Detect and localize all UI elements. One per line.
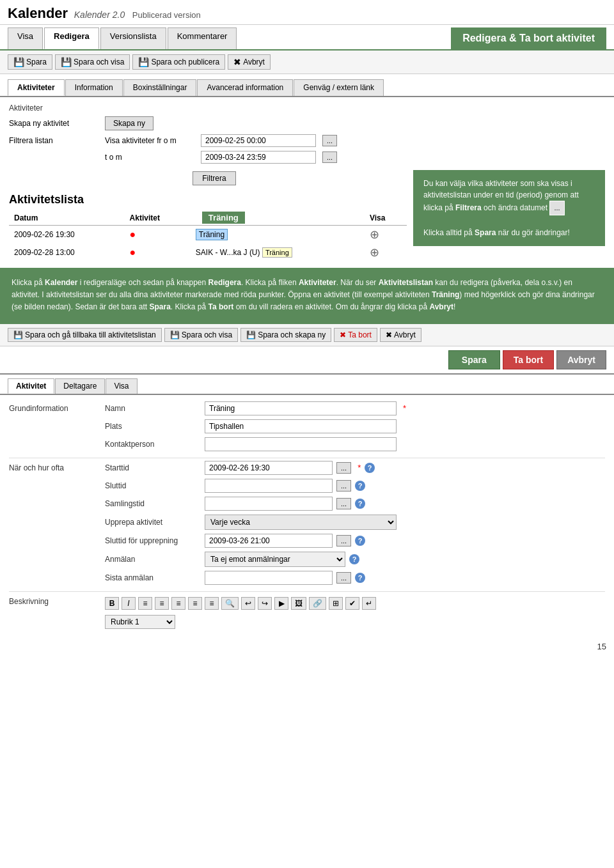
tab-visa[interactable]: Visa (8, 27, 43, 49)
upprepa-select[interactable]: Varje vecka (205, 515, 397, 530)
samlingstid-input[interactable] (205, 497, 333, 511)
starttid-picker-btn[interactable]: ... (336, 462, 351, 474)
undo-button[interactable]: ↩ (241, 597, 255, 610)
kontaktperson-input[interactable] (205, 437, 397, 451)
samlingstid-row: Samlingstid ... ? (105, 497, 605, 511)
tab-avancerad-information[interactable]: Avancerad information (197, 79, 293, 96)
starttid-input[interactable] (205, 461, 333, 475)
filter-button[interactable]: Filtrera (193, 171, 235, 185)
activity-table: Datum Aktivitet Träning Visa 2009-02-26 … (9, 210, 407, 261)
upprepa-row: Upprepa aktivitet Varje vecka (105, 515, 605, 530)
activity-link-1[interactable]: Träning (196, 229, 228, 240)
header-action-label: Redigera & Ta bort aktivitet (451, 27, 606, 49)
tab2-visa[interactable]: Visa (106, 378, 137, 394)
sluttid-upprepning-row: Sluttid för upprepning ... ? (105, 534, 605, 548)
sista-anmalan-help-icon[interactable]: ? (355, 573, 365, 583)
align-left-button[interactable]: ≡ (171, 597, 185, 610)
delete-label-toolbar: Ta bort (348, 330, 372, 339)
green-info-box: Du kan välja vilka aktiviteter som ska v… (413, 170, 605, 246)
table-button[interactable]: ⊞ (329, 597, 343, 610)
cancel-button[interactable]: ✖ Avbryt (228, 54, 271, 70)
save-and-publish-button[interactable]: 💾 Spara och publicera (132, 54, 225, 70)
tab-boxinstallningar[interactable]: Boxinställningar (123, 79, 197, 96)
app-title: Kalender (8, 5, 68, 21)
visa-icon-1[interactable]: ⊕ (370, 228, 379, 241)
create-new-button[interactable]: Skapa ny (105, 116, 154, 130)
activity-name-1: Träning (191, 226, 365, 244)
save-button[interactable]: 💾 Spara (8, 54, 52, 70)
narochofta-label: När och hur ofta (9, 461, 105, 589)
tab-information[interactable]: Information (65, 79, 123, 96)
filter-to-label: t o m (105, 153, 194, 162)
red-dot-icon: ● (130, 229, 136, 240)
tab2-deltagare[interactable]: Deltagare (55, 378, 105, 394)
italic-button[interactable]: I (122, 597, 136, 610)
sluttid-help-icon[interactable]: ? (355, 481, 365, 491)
samlingstid-help-icon[interactable]: ? (355, 499, 365, 509)
tab2-aktivitet[interactable]: Aktivitet (8, 378, 54, 394)
save-and-view-button[interactable]: 💾 Spara och visa (55, 54, 130, 70)
sluttid-upprepning-picker-btn[interactable]: ... (336, 535, 351, 546)
narochofta-fields: Starttid ... * ? Sluttid ... ? Samlingst… (105, 461, 605, 589)
activity-dot-1: ● (125, 226, 191, 244)
namn-row: Namn * (105, 401, 605, 415)
samlingstid-picker-btn[interactable]: ... (336, 498, 351, 509)
tab-kommentarer[interactable]: Kommentarer (168, 27, 237, 49)
play-button[interactable]: ▶ (274, 597, 288, 610)
filter-to-picker-btn[interactable]: ... (322, 151, 337, 163)
beskrivning-label: Beskrivning (9, 594, 105, 629)
tab-genvag-extern-lank[interactable]: Genväg / extern länk (294, 79, 384, 96)
red-dot-icon-2: ● (130, 247, 136, 258)
app-header: Kalender Kalender 2.0 Publicerad version (0, 0, 614, 25)
tab-versionslista[interactable]: Versionslista (100, 27, 166, 49)
link-button[interactable]: 🔗 (309, 597, 326, 610)
tab-redigera[interactable]: Redigera (44, 27, 99, 49)
sluttid-upprepning-input[interactable] (205, 534, 333, 548)
anmalan-select[interactable]: Ta ej emot anmälningar (205, 552, 345, 567)
enter-button[interactable]: ↵ (362, 597, 376, 610)
spara-button[interactable]: Spara (448, 350, 500, 369)
format-select[interactable]: Rubrik 1 (105, 615, 175, 629)
visa-icon-2[interactable]: ⊕ (370, 246, 379, 259)
delete-button-toolbar[interactable]: ✖ Ta bort (334, 328, 377, 342)
sluttid-input[interactable] (205, 479, 333, 493)
filter-from-input[interactable] (201, 134, 316, 147)
bold-button[interactable]: B (105, 597, 119, 610)
ordered-list-button[interactable]: ≡ (138, 597, 152, 610)
cancel-icon: ✖ (233, 57, 241, 67)
filter-dot-btn[interactable]: ... (549, 201, 564, 215)
plats-input[interactable] (205, 419, 397, 433)
green-box-text2: Klicka alltid på Spara när du gör ändrin… (423, 227, 595, 238)
image-button[interactable]: 🖼 (291, 597, 306, 610)
sluttid-picker-btn[interactable]: ... (336, 480, 351, 492)
plats-label: Plats (105, 422, 201, 431)
save-view-button2[interactable]: 💾 Spara och visa (164, 328, 238, 342)
cancel-button2[interactable]: ✖ Avbryt (380, 328, 421, 342)
activity-date-2: 2009-02-28 13:00 (9, 244, 125, 261)
starttid-help-icon[interactable]: ? (365, 463, 375, 473)
filter-to-input[interactable] (201, 151, 316, 164)
training-badge-header: Träning (202, 212, 245, 224)
redo-button[interactable]: ↪ (258, 597, 272, 610)
save-back-button[interactable]: 💾 Spara och gå tillbaka till aktivitetsl… (8, 328, 162, 342)
avbryt-button[interactable]: Avbryt (556, 350, 606, 369)
col-visa: Visa (365, 210, 407, 226)
namn-input[interactable] (205, 401, 397, 415)
anmalan-help-icon[interactable]: ? (349, 554, 359, 564)
filter-list-label: Filtrera listan (9, 136, 98, 145)
sluttid-upprepning-help-icon[interactable]: ? (355, 536, 365, 546)
align-center-button[interactable]: ≡ (188, 597, 202, 610)
save-create-button[interactable]: 💾 Spara och skapa ny (240, 328, 331, 342)
tab-aktiviteter[interactable]: Aktiviteter (8, 79, 65, 96)
save-view-label2: Spara och visa (182, 330, 232, 339)
grundinfo-fields: Namn * Plats Kontaktperson (105, 401, 605, 455)
sista-anmalan-input[interactable] (205, 571, 333, 585)
align-right-button[interactable]: ≡ (205, 597, 219, 610)
filter-from-picker-btn[interactable]: ... (322, 135, 337, 146)
anmalan-row: Anmälan Ta ej emot anmälningar ? (105, 552, 605, 567)
sista-anmalan-picker-btn[interactable]: ... (336, 572, 351, 584)
check-button[interactable]: ✔ (345, 597, 359, 610)
unordered-list-button[interactable]: ≡ (155, 597, 169, 610)
search-button[interactable]: 🔍 (221, 597, 239, 610)
ta-bort-button[interactable]: Ta bort (503, 350, 554, 369)
